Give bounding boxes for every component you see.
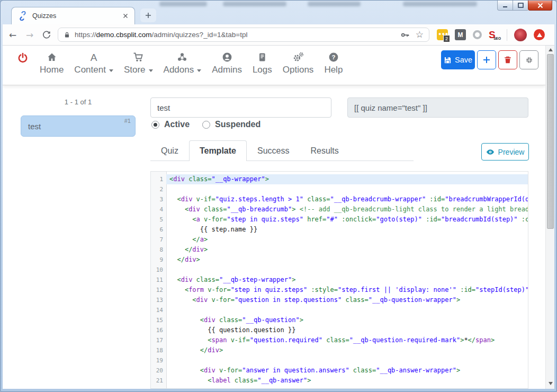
radio-label: Active: [164, 120, 190, 129]
nav-item-options[interactable]: Options: [277, 50, 319, 75]
seo-extension-icon[interactable]: S SEO: [489, 29, 500, 40]
code-line[interactable]: 12 <form v-for="step in quiz.steps" :sty…: [151, 285, 528, 295]
code-line[interactable]: 1<div class="__qb-wrapper">: [151, 174, 528, 184]
nav-item-admins[interactable]: Admins: [206, 50, 247, 75]
back-button[interactable]: ←: [6, 30, 20, 40]
trash-icon: [504, 56, 512, 64]
nav-item-store[interactable]: Store: [119, 50, 158, 75]
code-editor[interactable]: 1<div class="__qb-wrapper">23 <div v-if=…: [150, 171, 528, 389]
action-buttons: Save: [441, 50, 538, 69]
code-line[interactable]: 4 <div class="__qb-breadcrumb"> <!-- add…: [151, 204, 528, 215]
line-number: 6: [151, 225, 166, 235]
scroll-up-arrow[interactable]: [546, 46, 554, 54]
browser-window: Quizzes ← →: [0, 0, 557, 392]
code-line[interactable]: 14: [151, 305, 528, 315]
code-line[interactable]: 15 <div class="__qb-question">: [151, 315, 528, 325]
nav-item-content[interactable]: A Content: [69, 50, 119, 75]
circle-extension-icon[interactable]: [473, 30, 482, 39]
code-line[interactable]: 6 {{ step.name }}: [151, 225, 528, 235]
code-line[interactable]: 21 <label class="__qb-answer">: [151, 376, 528, 386]
logout-power-button[interactable]: [17, 52, 28, 63]
save-button[interactable]: Save: [441, 50, 475, 69]
reload-button[interactable]: [40, 31, 53, 39]
tab-close-icon[interactable]: [121, 11, 130, 21]
tab-template[interactable]: Template: [189, 140, 247, 161]
nav-item-home[interactable]: Home: [34, 50, 69, 75]
maximize-button[interactable]: [513, 1, 528, 11]
nav-label: Admins: [212, 65, 242, 75]
notes-extension-icon[interactable]: ●●● 2: [437, 29, 448, 40]
quiz-tabs: Quiz Template Success Results: [150, 139, 414, 161]
radio-option-active[interactable]: Active: [151, 120, 190, 129]
quiz-name-input[interactable]: [150, 97, 331, 118]
compress-view-button[interactable]: [519, 50, 538, 69]
url-path: /admin/quizzes?_id=1&tab=tpl: [152, 31, 248, 39]
line-number: 16: [151, 325, 166, 335]
delete-quiz-button[interactable]: [498, 50, 517, 69]
code-line[interactable]: 9 </div>: [151, 255, 528, 265]
forward-button[interactable]: →: [23, 30, 37, 40]
close-button[interactable]: [528, 1, 552, 11]
user-icon: [222, 50, 232, 63]
address-bar[interactable]: https://demo.cbsplit.com/admin/quizzes?_…: [58, 28, 429, 42]
code-line[interactable]: 3 <div v-if="quiz.steps.length > 1" clas…: [151, 194, 528, 204]
power-icon: [17, 52, 28, 63]
code-line[interactable]: 17 <span v-if="question.required" class=…: [151, 335, 528, 345]
password-key-icon[interactable]: [401, 31, 410, 39]
code-line[interactable]: 11 <div class="__qb-step-wrapper">: [151, 275, 528, 285]
compress-icon: [525, 56, 533, 64]
nav-label: Options: [283, 65, 314, 75]
code-line[interactable]: 20 <div v-for="answer in question.answer…: [151, 366, 528, 376]
code-line[interactable]: 7 </a>: [151, 235, 528, 245]
line-number: 20: [151, 366, 166, 376]
code-line[interactable]: 8 </div>: [151, 245, 528, 255]
line-number: 2: [151, 184, 166, 194]
line-number: 8: [151, 245, 166, 255]
preview-button[interactable]: Preview: [481, 143, 529, 161]
nav-item-logs[interactable]: Logs: [247, 50, 277, 75]
line-number: 18: [151, 345, 166, 355]
nav-item-help[interactable]: ? Help: [319, 50, 348, 75]
line-number: 15: [151, 315, 166, 325]
code-line[interactable]: 2: [151, 184, 528, 194]
quiz-item-number: #1: [124, 118, 131, 124]
line-number: 7: [151, 235, 166, 245]
nav-item-addons[interactable]: Addons: [158, 50, 207, 75]
code-line[interactable]: 18 </div>: [151, 345, 528, 355]
chevron-down-icon: [197, 69, 201, 72]
favicon-broken-link-icon: [18, 11, 28, 21]
bookmark-star-icon[interactable]: ☆: [416, 30, 424, 39]
code-line[interactable]: 19: [151, 355, 528, 366]
scrollbar-thumb[interactable]: [547, 54, 554, 229]
add-quiz-button[interactable]: [477, 50, 496, 69]
page-content: Home A Content Store: [3, 46, 554, 389]
gears-icon: [292, 50, 304, 63]
line-number: 1: [151, 174, 166, 184]
quiz-list-item[interactable]: test #1: [21, 115, 136, 137]
url-scheme: https://: [75, 31, 96, 39]
tab-quiz[interactable]: Quiz: [150, 140, 189, 161]
help-icon: ?: [328, 50, 339, 63]
tab-results[interactable]: Results: [300, 140, 349, 161]
code-line[interactable]: 10: [151, 265, 528, 275]
plus-icon: [483, 56, 490, 64]
code-line[interactable]: 16 {{ question.question }}: [151, 325, 528, 335]
profile-avatar[interactable]: [514, 29, 527, 41]
nav-label: Store: [124, 65, 146, 75]
browser-tab[interactable]: Quizzes: [11, 7, 135, 24]
browser-scrollbar[interactable]: [545, 46, 554, 389]
line-number: 17: [151, 335, 166, 345]
new-tab-button[interactable]: [140, 8, 156, 22]
scroll-down-arrow[interactable]: [546, 379, 554, 388]
m-extension-icon[interactable]: M: [455, 29, 466, 40]
tab-success[interactable]: Success: [247, 140, 300, 161]
updater-extension-icon[interactable]: [534, 29, 545, 40]
tab-title: Quizzes: [32, 12, 121, 20]
radio-option-suspended[interactable]: Suspended: [202, 120, 260, 129]
save-label: Save: [455, 56, 472, 64]
line-number: 12: [151, 285, 166, 295]
minimize-button[interactable]: [497, 1, 513, 11]
code-line[interactable]: 13 <div v-for="question in step.question…: [151, 295, 528, 305]
addons-icon: [177, 50, 187, 63]
code-line[interactable]: 5 <a v-for="step in quiz.steps" href="#"…: [151, 215, 528, 225]
